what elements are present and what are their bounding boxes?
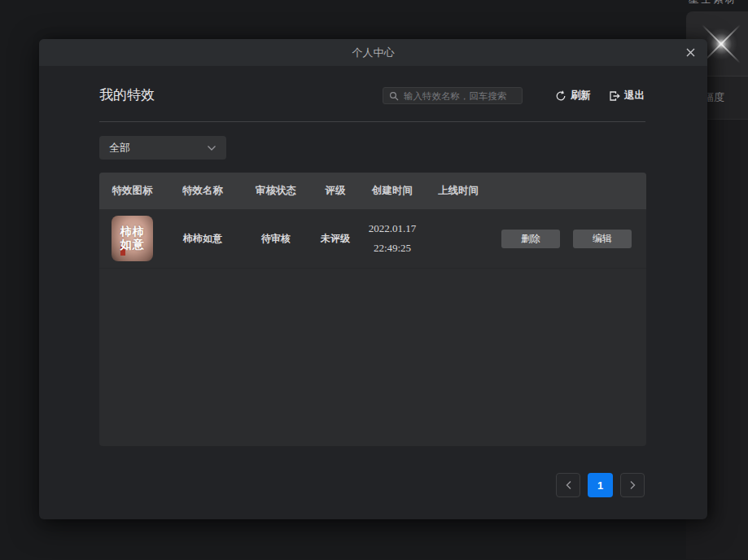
background-section-title: 星空素材	[689, 0, 737, 7]
chevron-right-icon	[629, 480, 636, 490]
logout-button[interactable]: 退出	[609, 87, 645, 104]
logout-icon	[609, 90, 620, 102]
search-input[interactable]	[404, 91, 529, 101]
filter-selected-value: 全部	[109, 141, 207, 155]
refresh-button[interactable]: 刷新	[555, 87, 591, 104]
chevron-down-icon	[207, 145, 217, 151]
table-row: 柿柿 如意 柿柿如意 待审核 未评级 2022.01.17 22:49:25 删…	[99, 209, 646, 269]
effect-thumbnail: 柿柿 如意	[112, 216, 153, 261]
cell-actions: 删除 编辑	[491, 230, 646, 248]
dialog-titlebar: 个人中心	[39, 39, 707, 66]
close-icon	[685, 47, 696, 58]
created-clock: 22:49:25	[359, 238, 426, 258]
thumbnail-text-line1: 柿柿	[120, 225, 145, 238]
page-title: 我的特效	[99, 85, 155, 104]
effects-table: 特效图标 特效名称 审核状态 评级 创建时间 上线时间 柿柿 如意 柿柿如意 待…	[99, 173, 646, 446]
page-number-current[interactable]: 1	[588, 473, 613, 497]
column-header-status: 审核状态	[240, 184, 312, 198]
cell-created-time: 2022.01.17 22:49:25	[359, 219, 426, 258]
filter-dropdown[interactable]: 全部	[99, 136, 226, 160]
search-box	[383, 87, 523, 104]
refresh-icon	[555, 90, 566, 102]
column-header-created: 创建时间	[359, 184, 426, 198]
table-header: 特效图标 特效名称 审核状态 评级 创建时间 上线时间	[99, 173, 646, 209]
cell-effect-name: 柿柿如意	[165, 232, 240, 246]
header-divider	[99, 121, 645, 122]
next-page-button[interactable]	[620, 473, 645, 497]
search-icon	[389, 91, 399, 101]
screen: 星空素材 幅度 个人中心 我的特效	[0, 0, 748, 560]
column-header-online: 上线时间	[426, 184, 491, 198]
dialog-title: 个人中心	[352, 46, 395, 60]
prev-page-button[interactable]	[556, 473, 580, 497]
refresh-label: 刷新	[571, 89, 591, 103]
close-button[interactable]	[682, 45, 698, 61]
edit-button[interactable]: 编辑	[573, 230, 632, 248]
cell-review-status: 待审核	[240, 232, 312, 246]
pagination: 1	[556, 473, 645, 497]
column-header-name: 特效名称	[165, 184, 240, 198]
created-date: 2022.01.17	[359, 219, 426, 238]
column-header-rating: 评级	[312, 184, 359, 198]
personal-center-dialog: 个人中心 我的特效 刷新	[39, 39, 707, 519]
logout-label: 退出	[624, 89, 645, 103]
thumbnail-text-line2: 如意	[120, 238, 145, 252]
delete-button[interactable]: 删除	[501, 230, 560, 248]
cell-rating: 未评级	[312, 232, 359, 246]
column-header-icon: 特效图标	[99, 184, 165, 198]
chevron-left-icon	[565, 480, 572, 490]
